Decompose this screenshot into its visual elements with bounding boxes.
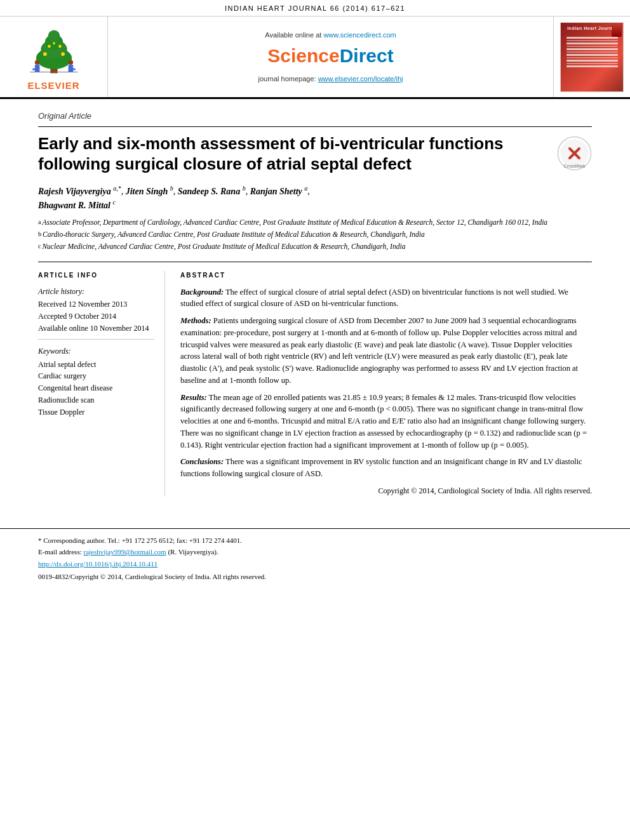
footer-area: * Corresponding author. Tel.: +91 172 27…	[0, 528, 630, 589]
sciencedirect-logo: ScienceDirect	[267, 43, 393, 69]
elsevier-logo-col: ELSEVIER	[0, 17, 108, 97]
affiliation-b: b Cardio-thoracic Surgery, Advanced Card…	[38, 229, 592, 240]
footer-email-name: (R. Vijayvergiya).	[168, 548, 218, 556]
footer-corresponding: * Corresponding author. Tel.: +91 172 27…	[38, 535, 592, 546]
keyword-3: Congenital heart disease	[38, 383, 154, 394]
two-col-section: ARTICLE INFO Article history: Received 1…	[38, 271, 592, 497]
footer-issn: 0019-4832/Copyright © 2014, Cardiologica…	[38, 571, 592, 582]
footer-email-row: E-mail address: rajeshvijay999@hotmail.c…	[38, 547, 592, 557]
footer-email-label: E-mail address:	[38, 548, 82, 556]
keywords-label: Keywords:	[38, 346, 154, 357]
abstract-methods: Methods: Patients undergoing surgical cl…	[180, 315, 592, 387]
affiliation-c-text: Nuclear Medicine, Advanced Cardiac Centr…	[42, 241, 405, 252]
abstract-col: ABSTRACT Background: The effect of surgi…	[180, 271, 592, 497]
history-label: Article history:	[38, 286, 154, 297]
elsevier-brand-text: ELSEVIER	[27, 79, 79, 92]
abstract-section: Background: The effect of surgical closu…	[180, 286, 592, 497]
svg-point-6	[61, 53, 65, 57]
abstract-methods-text: Patients undergoing surgical closure of …	[180, 316, 578, 385]
abstract-header: ABSTRACT	[180, 271, 592, 280]
cover-decoration	[566, 37, 618, 69]
svg-point-8	[58, 45, 62, 48]
page-wrapper: INDIAN HEART JOURNAL 66 (2014) 617–621	[0, 0, 630, 840]
sciencedirect-link[interactable]: www.sciencedirect.com	[323, 31, 396, 39]
svg-rect-14	[68, 65, 73, 72]
article-content: Original Article Early and six-month ass…	[0, 99, 630, 509]
journal-homepage-link[interactable]: www.elsevier.com/locate/ihj	[318, 75, 403, 83]
cover-title: Indian Heart Journal	[567, 25, 617, 32]
affiliations: a Associate Professor, Department of Car…	[38, 217, 592, 253]
keyword-1: Atrial septal defect	[38, 359, 154, 370]
svg-text:CrossMark: CrossMark	[564, 164, 586, 168]
affiliation-b-text: Cardio-thoracic Surgery, Advanced Cardia…	[43, 229, 425, 240]
abstract-results: Results: The mean age of 20 enrolled pat…	[180, 392, 592, 451]
history-available: Available online 10 November 2014	[38, 323, 154, 334]
article-info-header: ARTICLE INFO	[38, 271, 154, 280]
svg-point-5	[43, 53, 47, 57]
svg-rect-12	[32, 69, 36, 70]
crossmark-logo[interactable]: CrossMark	[557, 136, 592, 171]
affiliation-c: c Nuclear Medicine, Advanced Cardiac Cen…	[38, 241, 592, 252]
journal-cover-image: Indian Heart Journal	[560, 22, 624, 92]
footer-tel: Tel.: +91 172 275 6512; fax: +91 172 274…	[107, 537, 242, 544]
svg-point-4	[48, 30, 60, 43]
abstract-background-text: The effect of surgical closure of atrial…	[180, 288, 568, 309]
journal-header-bar: INDIAN HEART JOURNAL 66 (2014) 617–621	[0, 0, 630, 17]
abstract-background: Background: The effect of surgical closu…	[180, 286, 592, 310]
article-title: Early and six-month assessment of bi-ven…	[38, 133, 544, 175]
left-divider	[38, 339, 154, 340]
authors-line: Rajesh Vijayvergiya a,*, Jiten Singh b, …	[38, 183, 592, 212]
abstract-copyright: Copyright © 2014, Cardiological Society …	[180, 485, 592, 497]
svg-rect-11	[34, 65, 39, 72]
section-divider	[38, 262, 592, 262]
abstract-results-text: The mean age of 20 enrolled patients was…	[180, 393, 587, 450]
abstract-methods-label: Methods:	[180, 316, 211, 325]
abstract-results-label: Results:	[180, 393, 207, 402]
article-type-label: Original Article	[38, 110, 592, 126]
svg-point-10	[34, 60, 39, 65]
abstract-conclusions-text: There was a significant improvement in R…	[180, 457, 582, 478]
svg-rect-15	[72, 69, 76, 70]
svg-point-13	[68, 60, 73, 65]
article-info-col: ARTICLE INFO Article history: Received 1…	[38, 271, 165, 497]
available-online-text: Available online at www.sciencedirect.co…	[265, 30, 396, 40]
footer-doi: http://dx.doi.org/10.1016/j.ihj.2014.10.…	[38, 559, 592, 570]
abstract-background-label: Background:	[180, 288, 224, 297]
crossmark-icon: CrossMark	[557, 136, 592, 171]
history-accepted: Accepted 9 October 2014	[38, 311, 154, 322]
svg-point-9	[53, 43, 55, 45]
svg-point-7	[48, 45, 51, 48]
abstract-conclusions-label: Conclusions:	[180, 457, 224, 466]
keyword-2: Cardiac surgery	[38, 371, 154, 382]
keyword-5: Tissue Doppler	[38, 407, 154, 418]
article-title-area: Early and six-month assessment of bi-ven…	[38, 133, 592, 175]
affiliation-a-text: Associate Professor, Department of Cardi…	[42, 217, 547, 228]
sciencedirect-col: Available online at www.sciencedirect.co…	[108, 17, 554, 97]
header-area: ELSEVIER Available online at www.science…	[0, 17, 630, 99]
keyword-4: Radionuclide scan	[38, 395, 154, 406]
footer-corresponding-label: * Corresponding author.	[38, 537, 106, 544]
affiliation-a: a Associate Professor, Department of Car…	[38, 217, 592, 228]
elsevier-tree-icon	[22, 25, 86, 76]
journal-title: INDIAN HEART JOURNAL 66 (2014) 617–621	[225, 4, 405, 12]
abstract-conclusions: Conclusions: There was a significant imp…	[180, 456, 592, 480]
journal-cover-col: Indian Heart Journal	[554, 17, 630, 97]
footer-doi-link[interactable]: http://dx.doi.org/10.1016/j.ihj.2014.10.…	[38, 560, 158, 568]
footer-email-link[interactable]: rajeshvijay999@hotmail.com	[83, 548, 166, 556]
journal-homepage: journal homepage: www.elsevier.com/locat…	[258, 74, 403, 84]
history-received: Received 12 November 2013	[38, 299, 154, 310]
